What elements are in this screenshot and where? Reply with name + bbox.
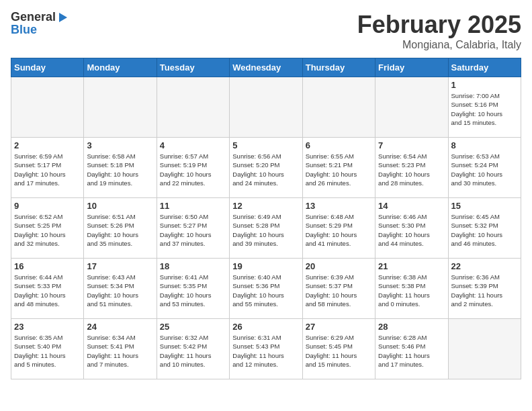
day-number: 24 [87,322,153,332]
calendar-cell [84,77,157,138]
day-info: Sunrise: 6:57 AM Sunset: 5:19 PM Dayligh… [160,152,226,187]
calendar-cell: 19Sunrise: 6:40 AM Sunset: 5:36 PM Dayli… [230,259,302,319]
day-number: 4 [160,140,226,150]
calendar-cell [448,319,521,379]
calendar-cell: 3Sunrise: 6:58 AM Sunset: 5:18 PM Daylig… [84,138,157,198]
calendar-week-row: 9Sunrise: 6:52 AM Sunset: 5:25 PM Daylig… [11,198,521,259]
calendar-cell [375,77,448,138]
day-number: 14 [378,201,445,211]
calendar-week-row: 23Sunrise: 6:35 AM Sunset: 5:40 PM Dayli… [11,319,521,379]
logo-arrow-icon [56,11,69,24]
logo-text: General Blue [11,11,69,36]
day-info: Sunrise: 6:56 AM Sunset: 5:20 PM Dayligh… [232,152,299,187]
calendar-cell [157,77,229,138]
calendar-cell: 12Sunrise: 6:49 AM Sunset: 5:28 PM Dayli… [230,198,302,259]
day-info: Sunrise: 6:28 AM Sunset: 5:46 PM Dayligh… [378,333,445,369]
day-number: 7 [378,140,445,150]
day-number: 28 [378,322,445,332]
day-info: Sunrise: 6:49 AM Sunset: 5:28 PM Dayligh… [232,212,299,248]
calendar-cell: 2Sunrise: 6:59 AM Sunset: 5:17 PM Daylig… [11,138,84,198]
day-number: 2 [14,140,81,150]
day-number: 21 [378,261,445,271]
day-number: 10 [87,201,153,211]
weekday-header: Tuesday [157,58,229,77]
day-info: Sunrise: 6:41 AM Sunset: 5:35 PM Dayligh… [160,273,226,308]
calendar-cell: 16Sunrise: 6:44 AM Sunset: 5:33 PM Dayli… [11,259,84,319]
day-info: Sunrise: 6:46 AM Sunset: 5:30 PM Dayligh… [378,212,445,248]
calendar-cell: 22Sunrise: 6:36 AM Sunset: 5:39 PM Dayli… [448,259,521,319]
calendar-cell: 20Sunrise: 6:39 AM Sunset: 5:37 PM Dayli… [302,259,375,319]
weekday-header: Thursday [302,58,375,77]
day-info: Sunrise: 6:51 AM Sunset: 5:26 PM Dayligh… [87,212,153,248]
day-info: Sunrise: 6:29 AM Sunset: 5:45 PM Dayligh… [306,333,372,369]
calendar-cell: 18Sunrise: 6:41 AM Sunset: 5:35 PM Dayli… [157,259,229,319]
weekday-header: Friday [375,58,448,77]
weekday-header: Wednesday [230,58,302,77]
weekday-header: Sunday [11,58,84,77]
calendar-cell: 13Sunrise: 6:48 AM Sunset: 5:29 PM Dayli… [302,198,375,259]
day-info: Sunrise: 6:53 AM Sunset: 5:24 PM Dayligh… [451,152,518,187]
calendar-cell: 28Sunrise: 6:28 AM Sunset: 5:46 PM Dayli… [375,319,448,379]
day-number: 6 [306,140,372,150]
calendar-subtitle: Mongiana, Calabria, Italy [357,39,521,51]
day-info: Sunrise: 6:40 AM Sunset: 5:36 PM Dayligh… [232,273,299,308]
calendar-cell [11,77,84,138]
day-number: 5 [232,140,299,150]
calendar-cell: 14Sunrise: 6:46 AM Sunset: 5:30 PM Dayli… [375,198,448,259]
calendar-table: SundayMondayTuesdayWednesdayThursdayFrid… [11,58,521,379]
calendar-cell: 25Sunrise: 6:32 AM Sunset: 5:42 PM Dayli… [157,319,229,379]
day-number: 19 [232,261,299,271]
calendar-cell: 6Sunrise: 6:55 AM Sunset: 5:21 PM Daylig… [302,138,375,198]
day-number: 9 [14,201,81,211]
weekday-header-row: SundayMondayTuesdayWednesdayThursdayFrid… [11,58,521,77]
day-info: Sunrise: 6:54 AM Sunset: 5:23 PM Dayligh… [378,152,445,187]
title-area: February 2025 Mongiana, Calabria, Italy [357,11,521,51]
day-number: 11 [160,201,226,211]
day-number: 26 [232,322,299,332]
day-number: 20 [306,261,372,271]
calendar-cell: 26Sunrise: 6:31 AM Sunset: 5:43 PM Dayli… [230,319,302,379]
day-number: 8 [451,140,518,150]
calendar-cell: 11Sunrise: 6:50 AM Sunset: 5:27 PM Dayli… [157,198,229,259]
day-number: 1 [451,80,518,90]
day-number: 15 [451,201,518,211]
day-info: Sunrise: 6:39 AM Sunset: 5:37 PM Dayligh… [306,273,372,308]
calendar-cell: 27Sunrise: 6:29 AM Sunset: 5:45 PM Dayli… [302,319,375,379]
day-info: Sunrise: 6:52 AM Sunset: 5:25 PM Dayligh… [14,212,81,248]
day-info: Sunrise: 6:59 AM Sunset: 5:17 PM Dayligh… [14,152,81,187]
day-number: 13 [306,201,372,211]
day-number: 16 [14,261,81,271]
calendar-cell [302,77,375,138]
day-info: Sunrise: 6:50 AM Sunset: 5:27 PM Dayligh… [160,212,226,248]
calendar-cell: 24Sunrise: 6:34 AM Sunset: 5:41 PM Dayli… [84,319,157,379]
day-number: 27 [306,322,372,332]
day-info: Sunrise: 6:34 AM Sunset: 5:41 PM Dayligh… [87,333,153,369]
calendar-cell: 5Sunrise: 6:56 AM Sunset: 5:20 PM Daylig… [230,138,302,198]
svg-marker-0 [59,13,67,22]
calendar-cell: 1Sunrise: 7:00 AM Sunset: 5:16 PM Daylig… [448,77,521,138]
calendar-week-row: 1Sunrise: 7:00 AM Sunset: 5:16 PM Daylig… [11,77,521,138]
calendar-cell: 8Sunrise: 6:53 AM Sunset: 5:24 PM Daylig… [448,138,521,198]
day-number: 17 [87,261,153,271]
calendar-week-row: 2Sunrise: 6:59 AM Sunset: 5:17 PM Daylig… [11,138,521,198]
day-info: Sunrise: 6:35 AM Sunset: 5:40 PM Dayligh… [14,333,81,369]
day-info: Sunrise: 6:55 AM Sunset: 5:21 PM Dayligh… [306,152,372,187]
day-info: Sunrise: 6:31 AM Sunset: 5:43 PM Dayligh… [232,333,299,369]
calendar-cell: 9Sunrise: 6:52 AM Sunset: 5:25 PM Daylig… [11,198,84,259]
day-number: 22 [451,261,518,271]
logo: General Blue [11,11,69,36]
day-info: Sunrise: 6:58 AM Sunset: 5:18 PM Dayligh… [87,152,153,187]
day-number: 18 [160,261,226,271]
day-info: Sunrise: 6:38 AM Sunset: 5:38 PM Dayligh… [378,273,445,308]
calendar-cell: 21Sunrise: 6:38 AM Sunset: 5:38 PM Dayli… [375,259,448,319]
weekday-header: Monday [84,58,157,77]
calendar-cell: 17Sunrise: 6:43 AM Sunset: 5:34 PM Dayli… [84,259,157,319]
calendar-cell: 7Sunrise: 6:54 AM Sunset: 5:23 PM Daylig… [375,138,448,198]
calendar-cell: 23Sunrise: 6:35 AM Sunset: 5:40 PM Dayli… [11,319,84,379]
header: General Blue February 2025 Mongiana, Cal… [11,11,521,51]
day-info: Sunrise: 7:00 AM Sunset: 5:16 PM Dayligh… [451,91,518,127]
calendar-cell: 15Sunrise: 6:45 AM Sunset: 5:32 PM Dayli… [448,198,521,259]
calendar-week-row: 16Sunrise: 6:44 AM Sunset: 5:33 PM Dayli… [11,259,521,319]
day-info: Sunrise: 6:48 AM Sunset: 5:29 PM Dayligh… [306,212,372,248]
day-info: Sunrise: 6:44 AM Sunset: 5:33 PM Dayligh… [14,273,81,308]
